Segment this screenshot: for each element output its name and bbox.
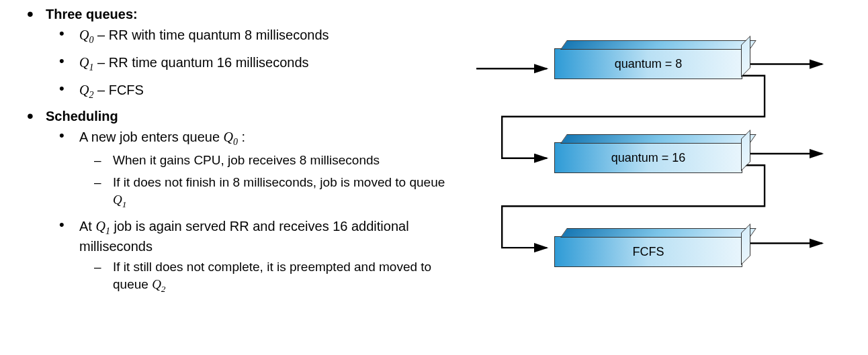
heading-three-queues: Three queues: bbox=[46, 7, 138, 21]
scheduling-not-finish: If it does not finish in 8 milliseconds,… bbox=[94, 174, 450, 210]
queue-box-label: quantum = 8 bbox=[615, 57, 683, 70]
queue-box-label: FCFS bbox=[633, 245, 664, 258]
scheduling-new-job: A new job enters queue Q0 : When it gain… bbox=[59, 128, 450, 211]
queue-item-q1: Q1 – RR time quantum 16 milliseconds bbox=[59, 54, 450, 74]
scheduling-at-q1: At Q1 job is again served RR and receive… bbox=[59, 217, 450, 295]
queue-item-q0: Q0 – RR with time quantum 8 milliseconds bbox=[59, 26, 450, 47]
queue-box-q1: quantum = 16 bbox=[554, 142, 742, 173]
heading-scheduling: Scheduling bbox=[46, 109, 118, 123]
queue-diagram: quantum = 8 quantum = 16 FCFS bbox=[464, 7, 848, 329]
text-content: Three queues: Q0 – RR with time quantum … bbox=[20, 7, 464, 329]
scheduling-gain-cpu: When it gains CPU, job receives 8 millis… bbox=[94, 152, 450, 169]
queue-box-q2: FCFS bbox=[554, 236, 742, 267]
queue-box-q0: quantum = 8 bbox=[554, 48, 742, 79]
queue-item-q2: Q2 – FCFS bbox=[59, 81, 450, 102]
scheduling-still-not-complete: If it still does not complete, it is pre… bbox=[94, 258, 450, 295]
queue-box-label: quantum = 16 bbox=[611, 151, 686, 164]
